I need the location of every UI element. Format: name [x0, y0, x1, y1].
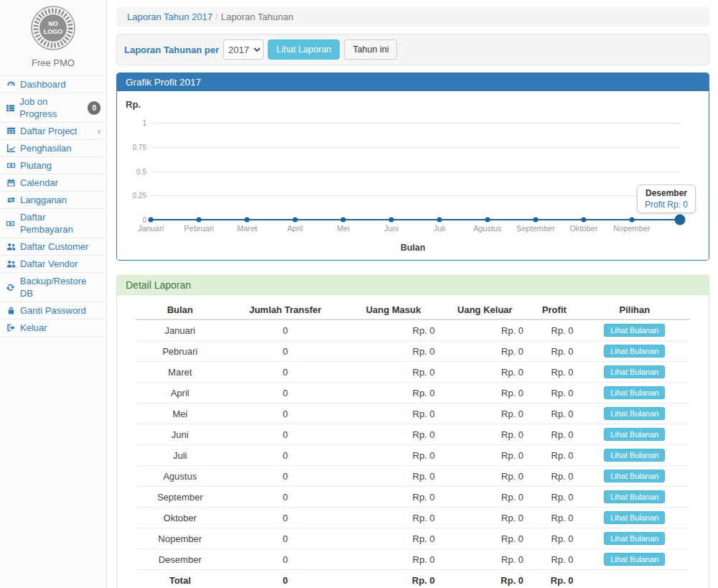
- sidebar-item-daftar-customer[interactable]: Daftar Customer: [0, 238, 106, 256]
- cell-uang-masuk: Rp. 0: [346, 549, 440, 570]
- main-layout: NO LOGO Free PMO DashboardJob on Progres…: [0, 0, 718, 588]
- y-axis-label: Rp.: [126, 99, 709, 110]
- count-badge: 0: [88, 101, 101, 115]
- cell-uang-masuk: Rp. 0: [346, 508, 440, 528]
- lihat-bulanan-button[interactable]: Lihat Bulanan: [604, 386, 665, 399]
- main-content: Laporan Tahun 2017/Laporan Tahunan Lapor…: [107, 0, 718, 588]
- line-chart-icon: [6, 144, 16, 153]
- column-header-profit: Profit: [529, 301, 579, 319]
- x-tick-september: September: [516, 224, 555, 233]
- sidebar-item-daftar-vendor[interactable]: Daftar Vendor: [0, 256, 106, 273]
- detail-laporan-panel: Detail Laporan BulanJumlah TransferUang …: [116, 275, 709, 588]
- no-logo-seal-image: NO LOGO: [30, 5, 76, 51]
- data-point-januari[interactable]: [149, 218, 154, 223]
- data-point-nopember[interactable]: [630, 218, 635, 223]
- cell-bulan: Oktober: [136, 508, 225, 528]
- lihat-bulanan-button[interactable]: Lihat Bulanan: [604, 470, 665, 482]
- lihat-bulanan-button[interactable]: Lihat Bulanan: [604, 490, 665, 503]
- cell-bulan: Agustus: [136, 466, 225, 487]
- data-point-juni[interactable]: [389, 218, 394, 223]
- sidebar-item-daftar-pembayaran[interactable]: Daftar Pembayaran: [0, 209, 106, 238]
- sidebar-item-calendar[interactable]: Calendar: [0, 174, 106, 192]
- cell-pilihan: Lihat Bulanan: [579, 549, 690, 570]
- data-point-maret[interactable]: [245, 218, 250, 223]
- cell-profit: Rp. 0: [529, 466, 579, 487]
- cell-jumlah-transfer: 0: [224, 466, 346, 487]
- gridline: 1: [151, 123, 680, 123]
- table-row: Desember0Rp. 0Rp. 0Rp. 0Lihat Bulanan: [136, 549, 690, 570]
- cell-profit: Rp. 0: [529, 362, 579, 383]
- cell-uang-masuk: Rp. 0: [346, 403, 440, 424]
- data-point-september[interactable]: [533, 218, 538, 223]
- lihat-bulanan-button[interactable]: Lihat Bulanan: [604, 553, 665, 566]
- cell-jumlah-transfer: 0: [224, 362, 346, 383]
- cell-jumlah-transfer: 0: [224, 341, 346, 362]
- data-point-agustus[interactable]: [485, 218, 490, 223]
- x-tick-nopember: Nopember: [613, 224, 650, 233]
- data-point-juli[interactable]: [437, 218, 442, 223]
- lihat-bulanan-button[interactable]: Lihat Bulanan: [604, 532, 665, 545]
- cell-bulan: Juli: [136, 445, 225, 466]
- year-select[interactable]: 2017: [223, 39, 264, 60]
- gridline: 0.75: [151, 147, 680, 148]
- sidebar-item-label: Calendar: [20, 177, 58, 189]
- lihat-bulanan-button[interactable]: Lihat Bulanan: [604, 407, 665, 420]
- table-row: Mei0Rp. 0Rp. 0Rp. 0Lihat Bulanan: [136, 403, 690, 424]
- data-point-april[interactable]: [293, 218, 298, 223]
- y-axis-tick-label: 0.75: [121, 144, 146, 151]
- sidebar-item-langganan[interactable]: Langganan: [0, 192, 106, 209]
- cell-uang-masuk: Rp. 0: [346, 383, 440, 403]
- lihat-bulanan-button[interactable]: Lihat Bulanan: [604, 345, 665, 358]
- sidebar-item-label: Job on Progress: [19, 95, 83, 120]
- column-header-pilihan: Pilihan: [579, 301, 690, 319]
- cell-pilihan: Lihat Bulanan: [579, 424, 690, 445]
- table-row: Nopember0Rp. 0Rp. 0Rp. 0Lihat Bulanan: [136, 528, 690, 549]
- cell-bulan: Juni: [136, 424, 225, 445]
- cell-pilihan: Lihat Bulanan: [579, 383, 690, 403]
- filter-bar: Laporan Tahunan per 2017 Lihat Laporan T…: [116, 34, 709, 65]
- tahun-ini-button[interactable]: Tahun ini: [344, 39, 397, 60]
- y-axis-tick-label: 0: [121, 216, 146, 224]
- lihat-bulanan-button[interactable]: Lihat Bulanan: [604, 324, 665, 337]
- sidebar-item-job-on-progress[interactable]: Job on Progress0: [0, 93, 106, 123]
- lihat-bulanan-button[interactable]: Lihat Bulanan: [604, 428, 665, 441]
- breadcrumb-link[interactable]: Laporan Tahun 2017: [127, 11, 213, 22]
- sidebar-item-label: Piutang: [20, 159, 52, 172]
- cell-pilihan: Lihat Bulanan: [579, 445, 690, 466]
- total-value: Rp. 0: [529, 570, 579, 588]
- sidebar-item-keluar[interactable]: Keluar: [0, 319, 106, 337]
- cell-uang-keluar: Rp. 0: [441, 528, 530, 549]
- cell-uang-masuk: Rp. 0: [346, 528, 440, 549]
- table-row: Juli0Rp. 0Rp. 0Rp. 0Lihat Bulanan: [136, 445, 690, 466]
- cell-jumlah-transfer: 0: [224, 445, 346, 466]
- sign-out-icon: [6, 323, 16, 332]
- sidebar-item-ganti-password[interactable]: Ganti Password: [0, 302, 106, 319]
- cell-profit: Rp. 0: [529, 383, 579, 403]
- svg-text:NO: NO: [48, 20, 58, 27]
- y-axis-tick-label: 1: [121, 119, 146, 127]
- sidebar-item-dashboard[interactable]: Dashboard: [0, 75, 106, 93]
- sidebar-item-daftar-project[interactable]: Daftar Project‹: [0, 123, 106, 140]
- cell-uang-keluar: Rp. 0: [441, 424, 530, 445]
- lihat-bulanan-button[interactable]: Lihat Bulanan: [604, 365, 665, 378]
- lihat-bulanan-button[interactable]: Lihat Bulanan: [604, 449, 665, 462]
- lihat-bulanan-button[interactable]: Lihat Bulanan: [604, 511, 665, 524]
- cell-pilihan: Lihat Bulanan: [579, 362, 690, 383]
- total-value: Rp. 0: [441, 570, 530, 588]
- sidebar-item-backup-restore-db[interactable]: Backup/Restore DB: [0, 273, 106, 302]
- table-row: April0Rp. 0Rp. 0Rp. 0Lihat Bulanan: [136, 383, 690, 403]
- sidebar-item-piutang[interactable]: Piutang: [0, 157, 106, 174]
- cell-uang-keluar: Rp. 0: [441, 445, 530, 466]
- cell-pilihan: Lihat Bulanan: [579, 319, 690, 341]
- data-point-oktober[interactable]: [582, 218, 587, 223]
- sidebar-item-label: Dashboard: [20, 78, 66, 90]
- sidebar-item-penghasilan[interactable]: Penghasilan: [0, 140, 106, 157]
- lihat-laporan-button[interactable]: Lihat Laporan: [268, 39, 340, 60]
- data-point-mei[interactable]: [341, 218, 346, 223]
- cell-bulan: September: [136, 487, 225, 508]
- cell-profit: Rp. 0: [529, 528, 579, 549]
- x-axis-title: Bulan: [117, 243, 709, 253]
- data-point-pebruari[interactable]: [197, 218, 202, 223]
- y-axis-tick-label: 0.5: [121, 168, 146, 176]
- x-tick-oktober: Oktober: [569, 224, 597, 233]
